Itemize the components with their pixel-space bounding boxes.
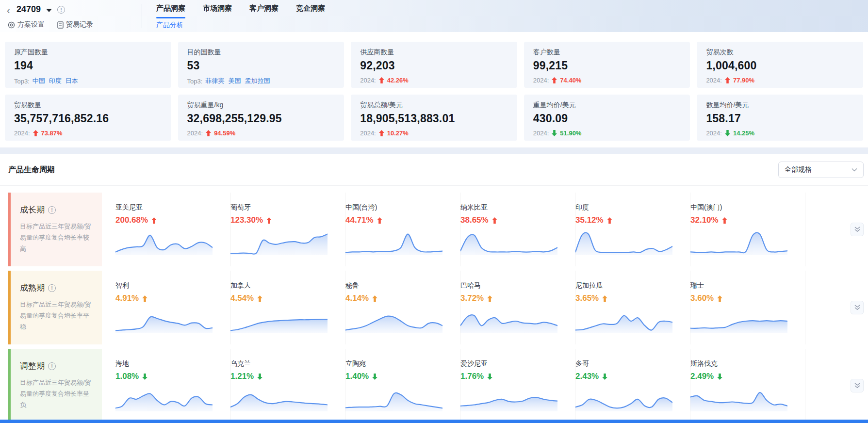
subtab-product-analysis[interactable]: 产品分析 (156, 21, 183, 30)
tab-4[interactable]: 竞企洞察 (296, 4, 325, 18)
cycle-expand-area (805, 271, 868, 344)
stat-card-pct: 51.90% (560, 130, 581, 137)
country-trend-cell[interactable]: 爱沙尼亚1.76% (460, 349, 575, 423)
stat-card-sub: 2024:74.40% (533, 77, 681, 84)
cycle-expand-area (805, 349, 868, 423)
country-trend-cell[interactable]: 葡萄牙123.30% (230, 193, 345, 266)
arrow-up-icon (379, 130, 384, 136)
top3-link[interactable]: 美国 (228, 77, 241, 85)
expand-more-button[interactable] (851, 301, 864, 314)
spec-filter-select[interactable]: 全部规格 (778, 162, 864, 178)
growth-percent: 1.76% (460, 372, 566, 381)
arrow-up-icon (725, 77, 730, 83)
back-chevron-icon[interactable]: ‹ (7, 5, 10, 16)
caret-down-icon[interactable] (46, 9, 52, 12)
info-icon[interactable]: ! (48, 284, 56, 292)
growth-percent-value: 1.40% (345, 372, 369, 381)
stat-card-sub-label: 2024: (360, 130, 376, 137)
stat-card-title: 原产国数量 (14, 48, 162, 57)
chevron-down-icon (852, 168, 857, 172)
growth-percent-value: 2.43% (575, 372, 599, 381)
tab-1[interactable]: 产品洞察 (156, 4, 185, 18)
plan-settings-label: 方案设置 (17, 20, 45, 29)
plan-id-title[interactable]: 24709 (16, 4, 41, 15)
growth-percent-value: 3.72% (460, 293, 484, 303)
country-trend-cell[interactable]: 斯洛伐克2.49% (690, 349, 805, 423)
stat-card-title: 贸易数量 (14, 101, 162, 110)
country-trend-cell[interactable]: 多哥2.43% (575, 349, 690, 423)
tab-label: 客户洞察 (249, 4, 278, 12)
trend-sparkline (345, 307, 442, 333)
country-trend-cell[interactable]: 立陶宛1.40% (345, 349, 460, 423)
country-trend-cell[interactable]: 秘鲁4.14% (345, 271, 460, 344)
plan-settings-button[interactable]: 方案设置 (8, 20, 45, 29)
lifecycle-row-成熟期: 成熟期!目标产品近三年贸易额/贸易量的季度复合增长率平稳智利4.91%加拿大4.… (8, 271, 868, 344)
stat-card-title: 目的国数量 (187, 48, 335, 57)
trend-sparkline (690, 307, 787, 333)
arrow-up-icon (607, 217, 612, 224)
stat-card-sub-label: 2024: (187, 130, 203, 137)
trend-sparkline (575, 385, 672, 411)
country-name: 秘鲁 (345, 281, 451, 290)
cycle-cells: 海地1.08%乌克兰1.21%立陶宛1.40%爱沙尼亚1.76%多哥2.43%斯… (115, 349, 805, 423)
top3-link[interactable]: 菲律宾 (205, 77, 224, 85)
trend-sparkline (345, 385, 442, 411)
trend-sparkline (460, 307, 557, 333)
top3-link[interactable]: 日本 (66, 77, 78, 85)
stat-card: 客户数量99,2152024:74.40% (524, 42, 690, 88)
country-trend-cell[interactable]: 印度35.12% (575, 193, 690, 266)
arrow-up-icon (552, 77, 557, 83)
trade-records-button[interactable]: 贸易记录 (57, 20, 93, 29)
country-trend-cell[interactable]: 瑞士3.60% (690, 271, 805, 344)
country-trend-cell[interactable]: 乌克兰1.21% (230, 349, 345, 423)
trend-sparkline (345, 229, 442, 255)
growth-percent: 4.14% (345, 293, 451, 303)
stat-card: 供应商数量92,2032024:42.26% (351, 42, 517, 88)
cycle-stage-name: 成熟期 (20, 282, 45, 293)
growth-percent-value: 123.30% (230, 215, 263, 225)
spec-filter-value: 全部规格 (785, 165, 812, 174)
country-trend-cell[interactable]: 尼加拉瓜3.65% (575, 271, 690, 344)
growth-percent: 3.72% (460, 293, 566, 303)
expand-more-button[interactable] (851, 379, 864, 392)
tab-2[interactable]: 市场洞察 (203, 4, 232, 18)
growth-percent-value: 3.65% (575, 293, 599, 303)
lifecycle-row-调整期: 调整期!目标产品近三年贸易额/贸易量的季度复合增长率呈负海地1.08%乌克兰1.… (8, 349, 868, 423)
growth-percent: 3.60% (690, 293, 796, 303)
country-trend-cell[interactable]: 巴哈马3.72% (460, 271, 575, 344)
country-trend-cell[interactable]: 加拿大4.54% (230, 271, 345, 344)
country-name: 中国(澳门) (690, 203, 796, 212)
stat-card-title: 贸易总额/美元 (360, 101, 508, 110)
growth-percent: 1.21% (230, 372, 336, 381)
top3-link[interactable]: 印度 (49, 77, 62, 85)
tab-label: 竞企洞察 (296, 4, 325, 12)
info-icon[interactable]: ! (48, 362, 56, 370)
country-trend-cell[interactable]: 智利4.91% (115, 271, 230, 344)
growth-percent-value: 4.14% (345, 293, 369, 303)
country-trend-cell[interactable]: 中国(澳门)32.10% (690, 193, 805, 266)
growth-percent: 4.91% (115, 293, 221, 303)
growth-percent-value: 4.91% (115, 293, 139, 303)
growth-percent-value: 3.60% (690, 293, 714, 303)
stat-card-pct: 42.26% (387, 77, 409, 84)
tab-3[interactable]: 客户洞察 (249, 4, 278, 18)
info-icon[interactable]: ! (57, 6, 65, 14)
country-trend-cell[interactable]: 纳米比亚38.65% (460, 193, 575, 266)
stat-card-value: 1,004,600 (706, 59, 854, 72)
country-trend-cell[interactable]: 中国(台湾)44.71% (345, 193, 460, 266)
top3-link[interactable]: 中国 (33, 77, 45, 85)
top3-link[interactable]: 孟加拉国 (245, 77, 270, 85)
trend-sparkline (575, 229, 672, 255)
country-trend-cell[interactable]: 海地1.08% (115, 349, 230, 423)
cycle-expand-area (805, 193, 868, 266)
stat-card-sub-label: 2024: (360, 77, 376, 84)
expand-more-button[interactable] (851, 223, 864, 236)
stat-card-sub: 2024:77.90% (706, 77, 854, 84)
info-icon[interactable]: ! (48, 206, 56, 214)
stat-card: 贸易重量/kg32,698,255,129.952024:94.59% (178, 95, 344, 141)
stat-card-title: 重量均价/美元 (533, 101, 681, 110)
bottom-scrollbar[interactable] (0, 420, 868, 423)
country-trend-cell[interactable]: 亚美尼亚200.68% (115, 193, 230, 266)
stat-card-sub: Top3:菲律宾美国孟加拉国 (187, 77, 335, 85)
cycle-stage-name-line: 成熟期! (20, 282, 95, 293)
